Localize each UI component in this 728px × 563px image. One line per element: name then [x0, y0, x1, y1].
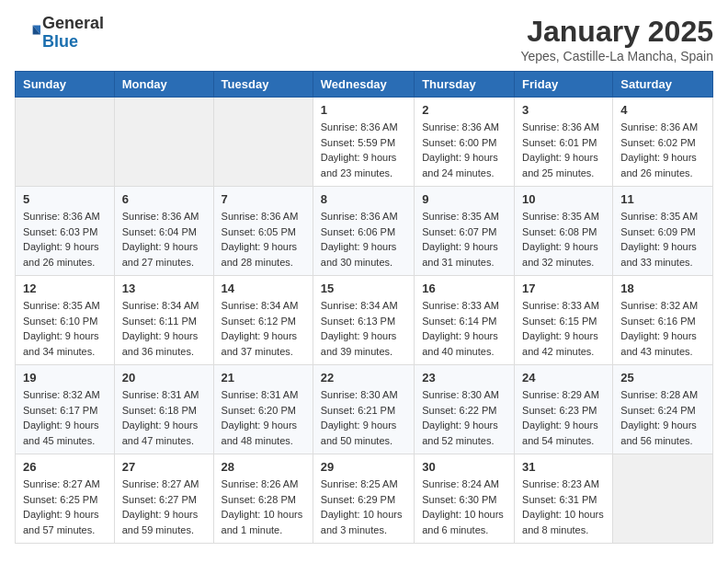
table-row: 22Sunrise: 8:30 AM Sunset: 6:21 PM Dayli…	[313, 365, 414, 454]
day-info: Sunrise: 8:31 AM Sunset: 6:18 PM Dayligh…	[122, 387, 206, 448]
table-row: 26Sunrise: 8:27 AM Sunset: 6:25 PM Dayli…	[16, 454, 115, 544]
header-thursday: Thursday	[415, 72, 515, 98]
table-row	[16, 98, 115, 187]
table-row: 6Sunrise: 8:36 AM Sunset: 6:04 PM Daylig…	[114, 187, 213, 276]
day-number: 20	[122, 371, 206, 385]
day-info: Sunrise: 8:29 AM Sunset: 6:23 PM Dayligh…	[522, 387, 605, 448]
day-info: Sunrise: 8:35 AM Sunset: 6:09 PM Dayligh…	[620, 209, 705, 270]
calendar-week-row: 12Sunrise: 8:35 AM Sunset: 6:10 PM Dayli…	[16, 276, 713, 365]
day-number: 23	[422, 371, 506, 385]
month-title: January 2025	[520, 15, 713, 49]
table-row: 25Sunrise: 8:28 AM Sunset: 6:24 PM Dayli…	[613, 365, 713, 454]
logo-icon	[15, 20, 40, 46]
day-info: Sunrise: 8:36 AM Sunset: 6:01 PM Dayligh…	[522, 120, 605, 180]
page-header: General Blue January 2025 Yepes, Castill…	[15, 15, 713, 63]
day-number: 22	[321, 371, 406, 385]
day-info: Sunrise: 8:35 AM Sunset: 6:10 PM Dayligh…	[23, 298, 107, 359]
day-number: 18	[620, 282, 705, 295]
day-number: 15	[321, 282, 406, 295]
table-row: 29Sunrise: 8:25 AM Sunset: 6:29 PM Dayli…	[313, 454, 414, 544]
day-info: Sunrise: 8:30 AM Sunset: 6:21 PM Dayligh…	[321, 387, 406, 448]
table-row: 30Sunrise: 8:24 AM Sunset: 6:30 PM Dayli…	[415, 454, 515, 544]
header-saturday: Saturday	[613, 72, 713, 98]
calendar-table: Sunday Monday Tuesday Wednesday Thursday…	[15, 71, 713, 544]
table-row: 5Sunrise: 8:36 AM Sunset: 6:03 PM Daylig…	[16, 187, 115, 276]
logo-general: General	[42, 15, 104, 33]
day-number: 7	[222, 192, 305, 206]
table-row: 21Sunrise: 8:31 AM Sunset: 6:20 PM Dayli…	[213, 365, 313, 454]
table-row: 2Sunrise: 8:36 AM Sunset: 6:00 PM Daylig…	[415, 98, 515, 187]
day-number: 5	[23, 192, 107, 206]
day-number: 9	[422, 192, 506, 206]
table-row: 31Sunrise: 8:23 AM Sunset: 6:31 PM Dayli…	[515, 454, 613, 544]
day-info: Sunrise: 8:32 AM Sunset: 6:17 PM Dayligh…	[23, 387, 107, 448]
day-info: Sunrise: 8:35 AM Sunset: 6:07 PM Dayligh…	[422, 209, 506, 270]
day-info: Sunrise: 8:25 AM Sunset: 6:29 PM Dayligh…	[321, 477, 406, 537]
day-number: 29	[321, 460, 406, 474]
day-info: Sunrise: 8:31 AM Sunset: 6:20 PM Dayligh…	[222, 387, 305, 448]
day-info: Sunrise: 8:36 AM Sunset: 6:06 PM Dayligh…	[321, 209, 406, 270]
table-row: 1Sunrise: 8:36 AM Sunset: 5:59 PM Daylig…	[313, 98, 414, 187]
calendar-header-row: Sunday Monday Tuesday Wednesday Thursday…	[16, 72, 713, 98]
header-wednesday: Wednesday	[313, 72, 414, 98]
day-number: 16	[422, 282, 506, 295]
table-row	[114, 98, 213, 187]
day-number: 3	[522, 103, 605, 117]
day-number: 26	[23, 460, 107, 474]
logo-blue: Blue	[42, 33, 104, 52]
day-info: Sunrise: 8:34 AM Sunset: 6:11 PM Dayligh…	[122, 298, 206, 359]
header-tuesday: Tuesday	[213, 72, 313, 98]
day-number: 19	[23, 371, 107, 385]
table-row: 28Sunrise: 8:26 AM Sunset: 6:28 PM Dayli…	[213, 454, 313, 544]
calendar-week-row: 26Sunrise: 8:27 AM Sunset: 6:25 PM Dayli…	[16, 454, 713, 544]
day-number: 8	[321, 192, 406, 206]
calendar-week-row: 19Sunrise: 8:32 AM Sunset: 6:17 PM Dayli…	[16, 365, 713, 454]
table-row: 14Sunrise: 8:34 AM Sunset: 6:12 PM Dayli…	[213, 276, 313, 365]
logo-text: General Blue	[42, 15, 104, 52]
day-info: Sunrise: 8:26 AM Sunset: 6:28 PM Dayligh…	[222, 477, 305, 537]
day-info: Sunrise: 8:24 AM Sunset: 6:30 PM Dayligh…	[422, 477, 506, 537]
day-number: 13	[122, 282, 206, 295]
table-row: 18Sunrise: 8:32 AM Sunset: 6:16 PM Dayli…	[613, 276, 713, 365]
day-number: 6	[122, 192, 206, 206]
header-monday: Monday	[114, 72, 213, 98]
logo: General Blue	[15, 15, 104, 52]
day-number: 10	[522, 192, 605, 206]
day-number: 14	[222, 282, 305, 295]
calendar-week-row: 5Sunrise: 8:36 AM Sunset: 6:03 PM Daylig…	[16, 187, 713, 276]
day-info: Sunrise: 8:36 AM Sunset: 5:59 PM Dayligh…	[321, 120, 406, 180]
header-sunday: Sunday	[16, 72, 115, 98]
day-info: Sunrise: 8:36 AM Sunset: 6:00 PM Dayligh…	[422, 120, 506, 180]
table-row: 10Sunrise: 8:35 AM Sunset: 6:08 PM Dayli…	[515, 187, 613, 276]
day-number: 11	[620, 192, 705, 206]
day-info: Sunrise: 8:36 AM Sunset: 6:02 PM Dayligh…	[620, 120, 705, 180]
table-row: 3Sunrise: 8:36 AM Sunset: 6:01 PM Daylig…	[515, 98, 613, 187]
day-info: Sunrise: 8:36 AM Sunset: 6:03 PM Dayligh…	[23, 209, 107, 270]
day-number: 25	[620, 371, 705, 385]
day-info: Sunrise: 8:33 AM Sunset: 6:15 PM Dayligh…	[522, 298, 605, 359]
table-row: 15Sunrise: 8:34 AM Sunset: 6:13 PM Dayli…	[313, 276, 414, 365]
location-title: Yepes, Castille-La Mancha, Spain	[520, 49, 713, 63]
title-block: January 2025 Yepes, Castille-La Mancha, …	[520, 15, 713, 63]
day-info: Sunrise: 8:34 AM Sunset: 6:12 PM Dayligh…	[222, 298, 305, 359]
day-info: Sunrise: 8:28 AM Sunset: 6:24 PM Dayligh…	[620, 387, 705, 448]
day-number: 28	[222, 460, 305, 474]
day-number: 30	[422, 460, 506, 474]
calendar-week-row: 1Sunrise: 8:36 AM Sunset: 5:59 PM Daylig…	[16, 98, 713, 187]
table-row: 7Sunrise: 8:36 AM Sunset: 6:05 PM Daylig…	[213, 187, 313, 276]
day-info: Sunrise: 8:23 AM Sunset: 6:31 PM Dayligh…	[522, 477, 605, 537]
table-row	[213, 98, 313, 187]
day-info: Sunrise: 8:33 AM Sunset: 6:14 PM Dayligh…	[422, 298, 506, 359]
header-friday: Friday	[515, 72, 613, 98]
table-row: 4Sunrise: 8:36 AM Sunset: 6:02 PM Daylig…	[613, 98, 713, 187]
day-info: Sunrise: 8:36 AM Sunset: 6:05 PM Dayligh…	[222, 209, 305, 270]
table-row: 16Sunrise: 8:33 AM Sunset: 6:14 PM Dayli…	[415, 276, 515, 365]
table-row: 17Sunrise: 8:33 AM Sunset: 6:15 PM Dayli…	[515, 276, 613, 365]
table-row: 12Sunrise: 8:35 AM Sunset: 6:10 PM Dayli…	[16, 276, 115, 365]
table-row	[613, 454, 713, 544]
table-row: 23Sunrise: 8:30 AM Sunset: 6:22 PM Dayli…	[415, 365, 515, 454]
table-row: 27Sunrise: 8:27 AM Sunset: 6:27 PM Dayli…	[114, 454, 213, 544]
day-number: 17	[522, 282, 605, 295]
table-row: 19Sunrise: 8:32 AM Sunset: 6:17 PM Dayli…	[16, 365, 115, 454]
day-info: Sunrise: 8:27 AM Sunset: 6:25 PM Dayligh…	[23, 477, 107, 537]
